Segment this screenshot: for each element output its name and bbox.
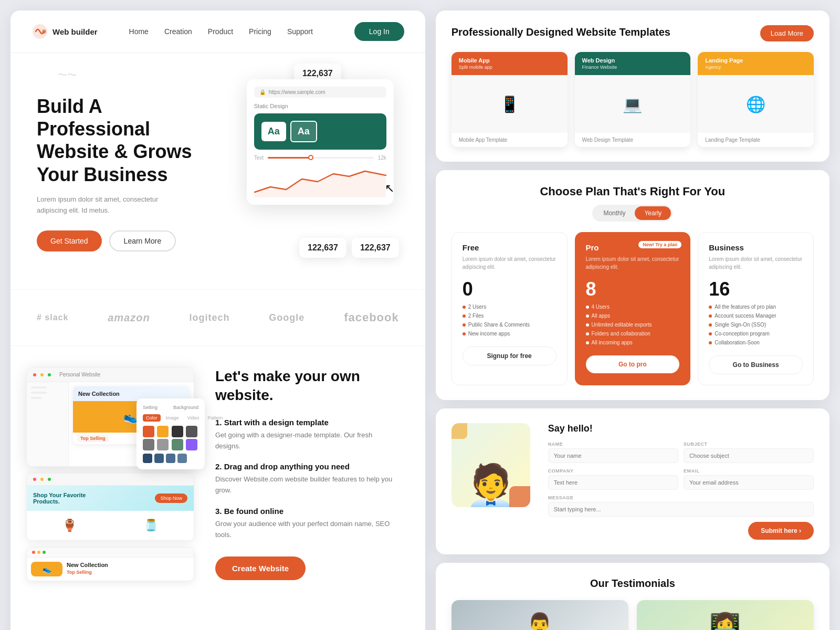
business-plan-button[interactable]: Go to Business	[709, 355, 803, 374]
color-tab-image[interactable]: Image	[163, 414, 182, 422]
dot-green-2	[48, 478, 51, 481]
builder-title: Let's make your own website.	[215, 367, 399, 405]
slack-icon: #	[37, 313, 45, 322]
swatch-purple[interactable]	[186, 439, 197, 450]
navbar: Web builder Home Creation Product Pricin…	[10, 10, 425, 53]
brands-section: # slack amazon logitech Google facebook	[10, 289, 425, 346]
dot-yellow	[40, 373, 44, 376]
bg-swatch-1[interactable]	[143, 454, 152, 463]
business-plan-card: Business Lorem ipsum dolor sit amet, con…	[698, 232, 814, 385]
step-2-desc: Discover Website.com website builder fea…	[215, 474, 399, 496]
bg-swatch-4[interactable]	[177, 454, 187, 463]
bg-swatch-3[interactable]	[166, 454, 175, 463]
hero-desc: Lorem ipsum dolor sit amet, consectetur …	[37, 194, 173, 216]
swatch-orange[interactable]	[143, 426, 154, 437]
subject-input[interactable]	[684, 448, 814, 463]
color-grid	[143, 426, 198, 450]
amazon-logo: amazon	[108, 312, 150, 324]
login-button[interactable]: Log In	[354, 22, 404, 41]
swatch-green[interactable]	[172, 439, 183, 450]
hero-mockup: 122,637 users 🔒 https://www.sample.com S…	[215, 79, 404, 237]
company-input[interactable]	[548, 475, 678, 490]
free-plan-features: 2 Users 2 Files Public Share & Comments …	[463, 302, 556, 338]
yearly-toggle[interactable]: Yearly	[635, 206, 671, 220]
contact-section: 🧑‍💼 Say hello! NAME SUBJECT CO	[436, 408, 830, 554]
lock-icon: 🔒	[259, 89, 266, 95]
background-label: Background	[173, 405, 198, 410]
stat-number: 122,637	[302, 69, 333, 78]
templates-title: Professionally Designed Website Template…	[452, 25, 670, 39]
landing-icon: 🌐	[746, 95, 765, 113]
nav-product[interactable]: Product	[208, 27, 233, 36]
sidebar-item-mini	[31, 386, 47, 388]
feature-dot	[463, 306, 466, 309]
slider-value: 12k	[378, 155, 386, 161]
color-tab-video[interactable]: Video	[184, 414, 203, 422]
pro-plan-card: New! Try a plan Pro Lorem ipsum dolor si…	[575, 232, 691, 385]
feature-dot	[709, 323, 712, 327]
free-plan-button[interactable]: Signup for free	[463, 346, 556, 365]
monthly-toggle[interactable]: Monthly	[594, 206, 635, 220]
submit-button[interactable]: Submit here ›	[748, 522, 814, 540]
free-plan-price: 0	[463, 278, 556, 300]
load-more-button[interactable]: Load More	[760, 25, 814, 41]
logo-text: Web builder	[52, 27, 98, 36]
shop-btn[interactable]: Shop Now	[155, 494, 187, 503]
nav-creation[interactable]: Creation	[164, 27, 192, 36]
collection-badge: Top Selling	[77, 435, 109, 442]
feature-dot	[586, 332, 589, 335]
stat-cards-bottom: 122,637 122,637	[299, 238, 399, 258]
person-accent	[509, 486, 530, 507]
swatch-gray[interactable]	[186, 426, 197, 437]
bg-color-row	[143, 454, 198, 463]
stat-num-2: 122,637	[360, 243, 391, 253]
email-input[interactable]	[684, 475, 814, 490]
third-window-body: 👟 New Collection Top Selling	[27, 558, 194, 581]
email-field: EMAIL	[684, 468, 814, 490]
template-footer-landing: Landing Page Template	[698, 133, 814, 147]
message-field: MESSAGE	[548, 495, 814, 517]
color-tab-active[interactable]: Color	[143, 414, 161, 422]
pro-plan-button[interactable]: Go to pro	[586, 355, 680, 373]
design-panel: Setting Background Color Image Video Pat…	[136, 398, 205, 469]
subject-label: SUBJECT	[684, 442, 814, 447]
template-body-landing: 🌐	[698, 75, 814, 133]
hero-title: Build A Professional Website & Grows You…	[37, 95, 215, 186]
free-plan-name: Free	[463, 243, 556, 252]
biz-feature-5: Collaboration-Soon	[709, 338, 803, 347]
template-label-landing: Landing Page Agency	[698, 52, 814, 75]
get-started-button[interactable]: Get Started	[37, 230, 102, 251]
step-3: 3. Be found online Grow your audience wi…	[215, 507, 399, 541]
swatch-light[interactable]	[157, 439, 169, 450]
nav-support[interactable]: Support	[287, 27, 313, 36]
browser-bar: 🔒 https://www.sample.com	[254, 87, 386, 98]
message-input[interactable]	[548, 502, 814, 517]
swatch-mid[interactable]	[143, 439, 154, 450]
template-body-mobile: 📱	[452, 75, 568, 133]
create-website-button[interactable]: Create Website	[215, 556, 306, 580]
slider-row: Text 12k	[254, 155, 386, 161]
pro-plan-features: 4 Users All apps Unlimited editable expo…	[586, 302, 680, 347]
shop-title: Shop Your FavoriteProducts.	[33, 492, 86, 505]
color-tab-pattern[interactable]: Pattern	[204, 414, 226, 422]
step-2-title: 2. Drag and drop anything you need	[215, 462, 399, 471]
left-panel: Web builder Home Creation Product Pricin…	[10, 10, 425, 630]
learn-more-button[interactable]: Learn More	[109, 230, 176, 251]
dot-y3	[37, 551, 40, 554]
nav-pricing[interactable]: Pricing	[249, 27, 271, 36]
templates-section: Professionally Designed Website Template…	[436, 10, 830, 162]
free-feature-1: 2 Users	[463, 302, 556, 311]
swatch-dark[interactable]	[172, 426, 183, 437]
email-label: EMAIL	[684, 468, 814, 474]
product-vase-1: 🏺	[31, 515, 108, 536]
bg-swatch-2[interactable]	[154, 454, 164, 463]
pro-feature-4: Folders and collaboration	[586, 329, 680, 338]
testimonial-card-1: 👨‍💼 " Great Web Builder Tabchair is the …	[452, 600, 628, 630]
nav-home[interactable]: Home	[129, 27, 149, 36]
name-input[interactable]	[548, 448, 678, 463]
feature-dot	[463, 323, 466, 327]
swatch-yellow[interactable]	[157, 426, 169, 437]
slider-track[interactable]	[268, 157, 374, 159]
slider-thumb	[308, 155, 313, 160]
dot-g3	[43, 551, 46, 554]
